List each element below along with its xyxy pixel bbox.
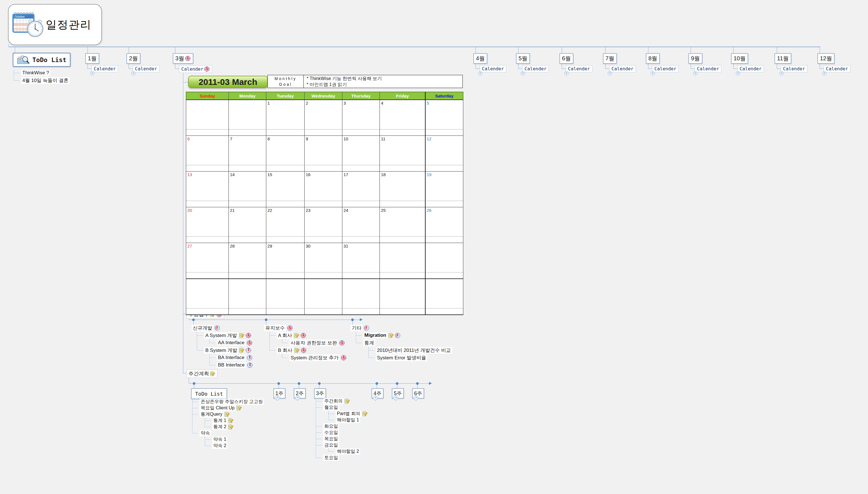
calendar-cell: 27 bbox=[186, 243, 228, 279]
mindmap-node[interactable]: B 회사 bbox=[277, 346, 307, 354]
weekly-plan-node[interactable]: 주간계획 bbox=[187, 369, 218, 378]
mindmap-node[interactable]: 통계 bbox=[363, 339, 375, 346]
calender-node-8[interactable]: Calender bbox=[652, 65, 679, 72]
mindmap-node[interactable]: 토요일 bbox=[323, 455, 339, 461]
mindmap-node[interactable]: 화요일 bbox=[323, 423, 339, 430]
month-label: 5월 bbox=[518, 55, 527, 62]
node-label: 사용자 권한정보 보완 bbox=[289, 340, 338, 346]
expand-plus-badge[interactable]: + bbox=[779, 71, 784, 75]
mindmap-node[interactable]: 통계 1 bbox=[212, 417, 234, 424]
month-label: 3월 bbox=[175, 55, 184, 62]
calender-node-12[interactable]: Calender bbox=[824, 65, 850, 72]
expand-plus-badge[interactable]: + bbox=[693, 71, 698, 75]
week-node-3주[interactable]: 3주 bbox=[314, 388, 326, 399]
month-node-11[interactable]: 11월 bbox=[774, 53, 791, 64]
month-node-10[interactable]: 10월 bbox=[731, 53, 748, 64]
calender-node-10[interactable]: Calender bbox=[737, 65, 764, 72]
month-node-4[interactable]: 4월 bbox=[473, 53, 487, 64]
mindmap-node[interactable]: 해야할일 2 bbox=[336, 448, 360, 455]
calendar-week-row: 2728293031 bbox=[186, 243, 463, 279]
mindmap-node[interactable]: A System 개발 bbox=[204, 331, 251, 339]
mindmap-node[interactable]: System Error 발생비율 bbox=[376, 354, 427, 361]
calendar-week-row: 13141516171819 bbox=[186, 171, 463, 207]
monthly-goal-box[interactable]: Monthly Goal * ThinkWise 기능 한번씩 사용해 보기 *… bbox=[267, 75, 463, 88]
expand-plus-badge[interactable]: + bbox=[564, 71, 569, 75]
mindmap-node[interactable]: 수요일 bbox=[323, 430, 339, 436]
calender-node-11[interactable]: Calender bbox=[781, 65, 807, 72]
calendar-cell bbox=[186, 279, 228, 315]
mindmap-node[interactable]: BB Interface bbox=[217, 361, 253, 369]
expand-plus-badge[interactable]: + bbox=[478, 71, 483, 75]
mindmap-node[interactable]: 기타 bbox=[351, 324, 370, 331]
expand-plus-badge[interactable]: + bbox=[650, 71, 655, 75]
calendar-cell: 21 bbox=[228, 207, 266, 243]
month-label: 10월 bbox=[734, 55, 746, 62]
mindmap-node[interactable]: 통계 2 bbox=[212, 424, 234, 430]
mindmap-node[interactable]: ThinkWise ? bbox=[21, 69, 50, 77]
calendar-cell: 18 bbox=[379, 172, 425, 207]
mindmap-node[interactable]: Part별 회의 bbox=[336, 411, 368, 417]
calendar-cell: 6 bbox=[186, 136, 228, 171]
mindmap-node[interactable]: 해야할일 1 bbox=[336, 417, 360, 423]
month-node-1[interactable]: 1월 bbox=[85, 53, 99, 64]
connector-line bbox=[648, 63, 648, 69]
mindmap-node[interactable]: 주간회의 bbox=[323, 398, 350, 404]
todo-list-node[interactable]: ToDo List bbox=[13, 53, 71, 67]
mindmap-node[interactable]: 존상존우랑 주말스키장 고고씽 bbox=[200, 399, 264, 405]
calender-node-3[interactable]: Calender bbox=[179, 65, 212, 73]
mindmap-node[interactable]: 월요일 bbox=[323, 404, 339, 411]
month-node-7[interactable]: 7월 bbox=[603, 53, 617, 64]
calender-node-7[interactable]: Calender bbox=[609, 65, 636, 72]
root-node[interactable]: October 일정관리 bbox=[8, 4, 102, 45]
mindmap-node[interactable]: 유지보수 bbox=[264, 324, 293, 331]
node-label: 존상존우랑 주말스키장 고고씽 bbox=[200, 399, 264, 405]
calender-node-1[interactable]: Calender bbox=[92, 65, 118, 72]
node-label: BB Interface bbox=[217, 362, 246, 368]
mindmap-node[interactable]: 통계Query bbox=[200, 411, 230, 417]
connector-line bbox=[189, 320, 360, 320]
expand-plus-badge[interactable]: + bbox=[90, 71, 94, 75]
mindmap-node[interactable]: System 관리정보 추가 bbox=[289, 354, 347, 361]
mindmap-node[interactable]: Migration bbox=[363, 331, 401, 339]
expand-plus-badge[interactable]: + bbox=[822, 71, 827, 75]
calendar-cell: 13 bbox=[186, 172, 228, 207]
calender-node-4[interactable]: Calender bbox=[479, 65, 506, 72]
mindmap-node[interactable]: 신규개발 bbox=[192, 324, 220, 331]
expand-plus-badge[interactable]: + bbox=[608, 71, 612, 75]
mindmap-node[interactable]: 4월 10일 늑돌이 결혼 bbox=[21, 77, 70, 84]
calender-node-9[interactable]: Calender bbox=[695, 65, 721, 72]
mindmap-node[interactable]: 금요일 bbox=[323, 442, 339, 448]
mindmap-node[interactable]: 목요일 Client Up bbox=[200, 405, 242, 411]
calender-node-2[interactable]: Calender bbox=[133, 65, 159, 72]
month-node-8[interactable]: 8월 bbox=[646, 53, 660, 64]
mindmap-node[interactable]: B System 개발 bbox=[204, 346, 251, 354]
month-node-5[interactable]: 5월 bbox=[516, 53, 530, 64]
mindmap-node[interactable]: BA Interface bbox=[217, 354, 252, 361]
month-node-9[interactable]: 9월 bbox=[688, 53, 702, 64]
mindmap-node[interactable]: A 회사 bbox=[277, 331, 306, 339]
calender-node-6[interactable]: Calender bbox=[566, 65, 592, 72]
expand-plus-badge[interactable]: + bbox=[521, 71, 525, 75]
mindmap-node[interactable]: 2010년대비 2011년 개발건수 비교 bbox=[376, 346, 452, 354]
mindmap-node[interactable]: 약속 bbox=[200, 430, 211, 436]
calendar-table[interactable]: SundayMondayTuesdayWednesdayThursdayFrid… bbox=[186, 92, 463, 315]
node-label: 통계Query bbox=[200, 411, 224, 417]
mindmap-node[interactable]: 사용자 권한정보 보완 bbox=[289, 339, 345, 346]
calender-node-5[interactable]: Calender bbox=[522, 65, 549, 72]
calendar-title-banner[interactable]: 2011-03 March bbox=[188, 76, 268, 88]
month-label: 7월 bbox=[605, 55, 614, 62]
day-header-saturday: Saturday bbox=[425, 92, 463, 99]
month-node-6[interactable]: 6월 bbox=[560, 53, 573, 64]
month-node-3[interactable]: 3월 bbox=[173, 53, 193, 64]
month-node-2[interactable]: 2월 bbox=[127, 53, 140, 64]
weekly-todo-node[interactable]: ToDo List bbox=[191, 388, 227, 399]
month-label: 6월 bbox=[562, 55, 571, 62]
mindmap-node[interactable]: AA Interface bbox=[217, 339, 252, 346]
expand-plus-badge[interactable]: + bbox=[131, 71, 136, 75]
mindmap-node[interactable]: 목요일 bbox=[323, 436, 339, 442]
note-icon bbox=[237, 405, 242, 411]
mindmap-node[interactable]: 약속 1 bbox=[212, 436, 227, 442]
month-node-12[interactable]: 12월 bbox=[817, 53, 834, 64]
expand-plus-badge[interactable]: + bbox=[736, 71, 740, 75]
mindmap-node[interactable]: 약속 2 bbox=[212, 442, 227, 449]
